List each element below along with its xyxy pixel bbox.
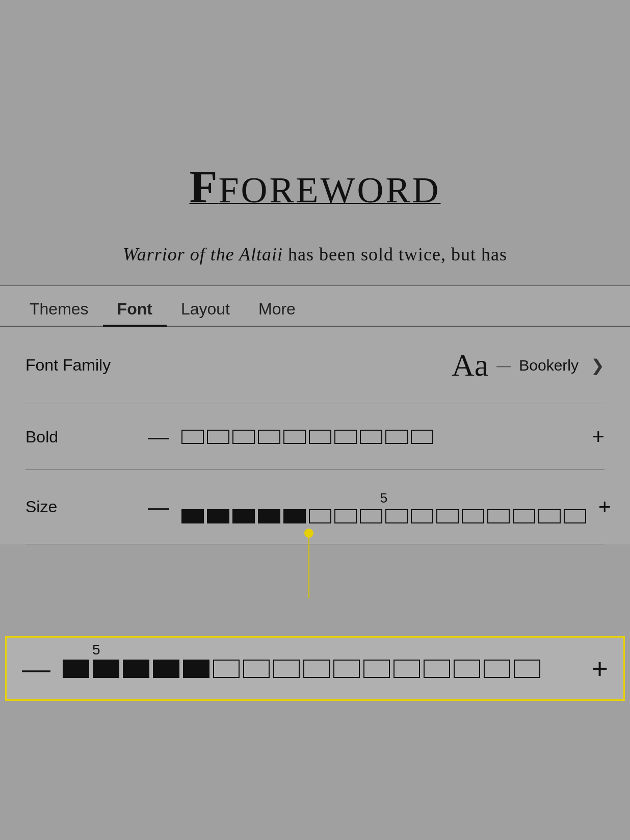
- zoom-slider[interactable]: [63, 660, 579, 678]
- bold-block-10: [411, 430, 433, 444]
- size-block-3: [232, 509, 255, 523]
- font-family-row: Font Family Aa — Bookerly ❯: [25, 327, 605, 404]
- zoom-block-4: [153, 660, 179, 678]
- size-label: Size: [25, 497, 148, 516]
- zoom-block-15: [484, 660, 510, 678]
- zoom-block-9: [303, 660, 330, 678]
- size-block-11: [436, 509, 459, 523]
- font-name: Bookerly: [519, 357, 579, 374]
- zoom-block-14: [454, 660, 480, 678]
- bold-block-2: [207, 430, 229, 444]
- zoom-block-10: [333, 660, 360, 678]
- annotation-spacer: [0, 544, 630, 626]
- settings-panel: Font Family Aa — Bookerly ❯ Bold —: [0, 327, 630, 544]
- zoom-plus-button[interactable]: +: [591, 652, 608, 685]
- zoom-block-1: [63, 660, 89, 678]
- chapter-title: FForeword: [190, 161, 441, 213]
- size-block-9: [385, 509, 408, 523]
- bold-row: Bold — +: [25, 404, 605, 470]
- zoom-block-16: [514, 660, 540, 678]
- zoom-value-label: 5: [92, 642, 100, 658]
- size-block-2: [207, 509, 229, 523]
- font-family-control[interactable]: Aa — Bookerly ❯: [452, 347, 605, 383]
- size-block-16: [564, 509, 586, 523]
- size-block-8: [360, 509, 382, 523]
- bold-minus-button[interactable]: —: [148, 425, 169, 449]
- book-text: Warrior of the Altaii has been sold twic…: [123, 244, 507, 265]
- size-value-label: 5: [181, 490, 586, 506]
- size-slider[interactable]: [181, 509, 586, 523]
- size-block-15: [538, 509, 561, 523]
- size-block-13: [487, 509, 510, 523]
- zoom-block-7: [243, 660, 270, 678]
- size-block-5: [283, 509, 306, 523]
- tab-font[interactable]: Font: [103, 300, 167, 326]
- zoom-block-2: [93, 660, 119, 678]
- size-annotation-line: [308, 537, 309, 598]
- bold-block-7: [334, 430, 357, 444]
- bold-block-4: [258, 430, 280, 444]
- tab-bar: Themes Font Layout More: [0, 286, 630, 327]
- font-family-label: Font Family: [25, 356, 148, 375]
- size-slider-wrapper: 5: [181, 490, 586, 523]
- bold-block-1: [181, 430, 204, 444]
- em-dash: —: [496, 357, 511, 374]
- tab-layout[interactable]: Layout: [167, 300, 244, 326]
- size-block-14: [513, 509, 535, 523]
- bold-block-6: [309, 430, 331, 444]
- size-row: Size — 5: [25, 470, 605, 544]
- bold-slider-control: — +: [148, 425, 605, 449]
- zoom-block-12: [393, 660, 420, 678]
- size-block-1: [181, 509, 204, 523]
- zoom-block-8: [273, 660, 300, 678]
- size-slider-control: — 5: [148, 490, 611, 523]
- zoom-box: 5 — +: [5, 636, 625, 701]
- reading-area: FForeword Warrior of the Altaii has been…: [0, 0, 630, 285]
- bold-label: Bold: [25, 428, 148, 447]
- zoom-minus-button[interactable]: —: [22, 652, 50, 685]
- size-annotation-dot: [304, 529, 313, 538]
- tab-more[interactable]: More: [244, 300, 310, 326]
- size-block-4: [258, 509, 280, 523]
- tab-themes[interactable]: Themes: [15, 300, 103, 326]
- size-block-10: [411, 509, 433, 523]
- bold-slider[interactable]: [181, 430, 580, 444]
- size-block-12: [462, 509, 484, 523]
- font-preview: Aa: [452, 347, 488, 383]
- bold-plus-button[interactable]: +: [592, 425, 605, 449]
- chevron-right-icon[interactable]: ❯: [591, 356, 605, 375]
- bold-block-9: [385, 430, 408, 444]
- size-block-6: [309, 509, 331, 523]
- size-plus-button[interactable]: +: [598, 495, 611, 519]
- size-minus-button[interactable]: —: [148, 495, 169, 519]
- zoom-block-13: [424, 660, 450, 678]
- bold-block-3: [232, 430, 255, 444]
- bold-block-5: [283, 430, 306, 444]
- zoom-block-5: [183, 660, 209, 678]
- zoom-block-11: [363, 660, 390, 678]
- zoom-block-6: [213, 660, 240, 678]
- zoom-block-3: [123, 660, 149, 678]
- size-block-7: [334, 509, 357, 523]
- bold-block-8: [360, 430, 382, 444]
